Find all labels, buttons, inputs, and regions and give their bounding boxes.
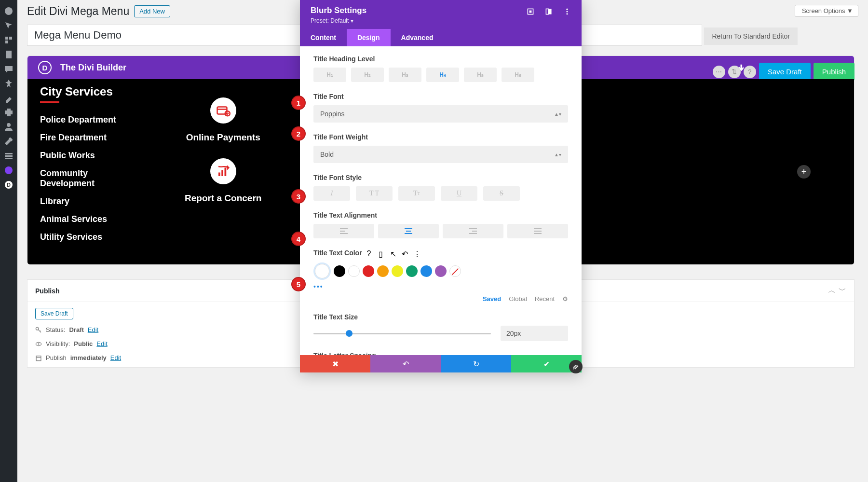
svg-rect-6 — [5, 153, 13, 154]
italic-button[interactable]: I — [313, 186, 350, 201]
align-left-button[interactable] — [313, 224, 374, 238]
swatch-white-selected[interactable] — [313, 262, 331, 280]
align-center-button[interactable] — [378, 224, 439, 238]
swatch-tab-recent[interactable]: Recent — [535, 295, 555, 303]
question-icon[interactable]: ? — [744, 66, 756, 78]
svg-point-32 — [566, 9, 568, 10]
blurb-report-concern[interactable]: Report a Concern — [185, 158, 261, 204]
swatch-transparent[interactable] — [449, 265, 461, 277]
list-item[interactable]: Police Department — [40, 115, 127, 125]
dashboard-icon[interactable] — [0, 4, 17, 18]
preset-label[interactable]: Preset: Default ▾ — [311, 17, 366, 24]
h3-button[interactable]: H₃ — [389, 68, 421, 82]
posts-icon[interactable] — [0, 18, 17, 33]
title-size-slider[interactable] — [313, 333, 491, 334]
blurb-online-payments[interactable]: Online Payments — [185, 97, 261, 143]
save-draft-button[interactable]: Save Draft — [759, 63, 811, 81]
edit-publish-link[interactable]: Edit — [110, 354, 121, 361]
smallcaps-button[interactable]: TT — [398, 186, 435, 201]
title-size-value[interactable]: 20px — [501, 326, 568, 341]
tab-content[interactable]: Content — [300, 29, 347, 46]
list-item[interactable]: Utility Services — [40, 232, 127, 242]
save-draft-small-button[interactable]: Save Draft — [35, 308, 73, 319]
list-item[interactable]: Library — [40, 196, 127, 207]
align-justify-button[interactable] — [507, 224, 568, 238]
svg-rect-7 — [5, 155, 13, 157]
h6-button[interactable]: H₆ — [502, 68, 534, 82]
help-icon[interactable]: ? — [367, 249, 374, 256]
h4-button[interactable]: H₄ — [426, 68, 459, 82]
title-weight-value: Bold — [320, 151, 334, 158]
hover-icon[interactable]: ↖ — [390, 249, 397, 256]
pages-icon[interactable] — [0, 47, 17, 62]
settings-icon[interactable] — [0, 149, 17, 163]
add-new-button[interactable]: Add New — [134, 5, 170, 17]
page-title: Edit Divi Mega Menu — [27, 5, 129, 18]
chevron-up-icon[interactable]: ︿ — [828, 286, 836, 296]
step-badge-1: 1 — [291, 96, 306, 110]
divi-d-icon[interactable]: D — [0, 178, 17, 192]
edit-status-link[interactable]: Edit — [88, 326, 98, 333]
swatch-tab-saved[interactable]: Saved — [483, 295, 501, 303]
swatch-black[interactable] — [334, 265, 345, 277]
responsive-icon[interactable]: ▯ — [379, 249, 385, 256]
divi-icon[interactable] — [0, 163, 17, 178]
redo-button[interactable]: ↻ — [441, 355, 511, 368]
h2-button[interactable]: H₂ — [351, 68, 384, 82]
more-swatches-button[interactable]: ••• — [313, 283, 568, 290]
publish-button[interactable]: Publish — [814, 63, 854, 81]
title-weight-select[interactable]: Bold ▲▾ — [313, 146, 568, 163]
cancel-button[interactable]: ✖ — [300, 355, 370, 368]
swatch-red[interactable] — [363, 265, 374, 277]
swatch-teal[interactable] — [406, 265, 418, 277]
swatch-white[interactable] — [348, 265, 360, 277]
pin-icon[interactable] — [0, 76, 17, 91]
help-icon[interactable]: ⋯ — [713, 66, 725, 78]
report-icon — [210, 158, 236, 184]
undo-button[interactable]: ↶ — [370, 355, 441, 368]
svg-rect-46 — [534, 233, 542, 234]
svg-point-23 — [36, 327, 39, 330]
h1-button[interactable]: H₁ — [313, 68, 346, 82]
add-module-button[interactable]: + — [797, 165, 811, 179]
media-icon[interactable] — [0, 33, 17, 47]
reset-icon[interactable]: ↶ — [402, 249, 408, 256]
uppercase-button[interactable]: T T — [356, 186, 393, 201]
align-right-button[interactable] — [443, 224, 503, 238]
expand-icon[interactable] — [527, 8, 534, 15]
gear-icon[interactable]: ⚙ — [562, 295, 568, 303]
users-icon[interactable] — [0, 120, 17, 134]
svg-rect-26 — [36, 356, 41, 360]
svg-rect-3 — [5, 41, 8, 43]
swatch-blue[interactable] — [420, 265, 432, 277]
edit-visibility-link[interactable]: Edit — [96, 340, 107, 347]
swatch-orange[interactable] — [377, 265, 389, 277]
swatch-purple[interactable] — [435, 265, 447, 277]
strikethrough-button[interactable]: S — [483, 186, 520, 201]
chevron-down-icon[interactable]: ﹀ — [839, 286, 846, 296]
appearance-icon[interactable] — [0, 91, 17, 105]
plugins-icon[interactable] — [0, 105, 17, 120]
snap-icon[interactable] — [545, 8, 553, 15]
more-icon[interactable]: ⋮ — [413, 249, 420, 256]
return-to-standard-editor-button[interactable]: Return To Standard Editor — [704, 28, 798, 45]
screen-options-button[interactable]: Screen Options ▼ — [795, 5, 858, 17]
list-item[interactable]: Public Works — [40, 151, 127, 161]
list-item[interactable]: Community Development — [40, 168, 127, 189]
svg-rect-37 — [340, 233, 348, 234]
swatch-tab-global[interactable]: Global — [509, 295, 527, 303]
title-font-select[interactable]: Poppins ▲▾ — [313, 105, 568, 123]
tab-advanced[interactable]: Advanced — [391, 29, 444, 46]
svg-rect-38 — [405, 228, 412, 229]
h5-button[interactable]: H₅ — [464, 68, 497, 82]
status-label: Status: — [46, 326, 65, 333]
list-item[interactable]: Animal Services — [40, 214, 127, 224]
underline-button[interactable]: U — [441, 186, 477, 201]
more-vertical-icon[interactable] — [563, 8, 571, 15]
list-item[interactable]: Fire Department — [40, 133, 127, 143]
tab-design[interactable]: Design — [347, 29, 391, 46]
portability-icon[interactable]: ⇅ — [728, 66, 741, 78]
swatch-yellow[interactable] — [392, 265, 403, 277]
tools-icon[interactable] — [0, 134, 17, 149]
comments-icon[interactable] — [0, 62, 17, 76]
